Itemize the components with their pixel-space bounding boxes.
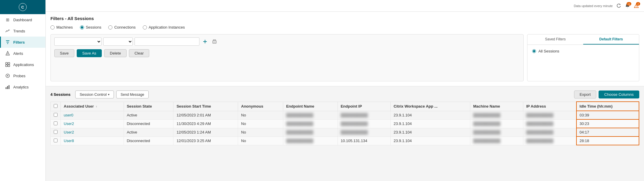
sidebar-item-trends[interactable]: Trends [0, 25, 45, 37]
filter-field-select[interactable] [54, 37, 101, 46]
svg-rect-13 [6, 87, 6, 89]
connections-radio-input[interactable] [108, 25, 112, 29]
add-filter-button[interactable] [201, 38, 209, 45]
sessions-radio-input[interactable] [80, 25, 84, 29]
choose-columns-button[interactable]: Choose Columns [599, 90, 639, 98]
row-checkbox[interactable] [54, 121, 58, 125]
table-row: User2 Active 12/05/2023 1:24 AM No █████… [51, 128, 639, 136]
endpoint-name-value: ██████████ [286, 121, 313, 126]
cell-endpoint-ip: 10.105.131.134 [337, 136, 391, 145]
session-control-label: Session Control [80, 92, 107, 97]
row-checkbox-cell[interactable] [51, 119, 61, 128]
user-link[interactable]: User8 [64, 139, 74, 143]
cell-associated-user: User2 [61, 128, 124, 136]
default-filters-tab[interactable]: Default Filters [583, 34, 639, 45]
machines-radio[interactable]: Machines [50, 25, 73, 29]
table-body: user0 Active 12/05/2023 2:01 AM No █████… [51, 111, 639, 145]
sidebar-item-probes[interactable]: Probes [0, 70, 45, 81]
all-sessions-option[interactable]: All Sessions [532, 49, 634, 53]
sessions-left-actions: 4 Sessions Session Control ▾ Send Messag… [50, 90, 149, 98]
col-session-state[interactable]: Session State [124, 102, 173, 111]
row-checkbox[interactable] [54, 113, 58, 117]
delete-button[interactable]: Delete [104, 49, 127, 57]
save-button[interactable]: Save [54, 49, 74, 57]
topbar: Data updated every minute 11 2 [46, 0, 644, 12]
sidebar-item-applications[interactable]: Applications [0, 59, 45, 70]
warning-icon[interactable]: 2 [633, 3, 639, 9]
main-content: Data updated every minute 11 2 Filters -… [46, 0, 644, 181]
connections-radio[interactable]: Connections [108, 25, 135, 29]
col-ip-address[interactable]: IP Address [523, 102, 576, 111]
all-sessions-label: All Sessions [538, 49, 559, 53]
sidebar-item-label: Alerts [13, 51, 23, 56]
svg-rect-4 [7, 43, 8, 44]
sidebar-item-label: Trends [13, 29, 25, 33]
col-associated-user[interactable]: Associated User ↑ [61, 102, 124, 111]
row-checkbox[interactable] [54, 130, 58, 134]
row-checkbox-cell[interactable] [51, 111, 61, 119]
cell-endpoint-name: ██████████ [283, 119, 337, 128]
user-link[interactable]: user0 [64, 113, 73, 117]
cell-endpoint-ip: ██████████ [337, 111, 391, 119]
filter-value-input[interactable] [135, 37, 199, 46]
notifications-icon[interactable]: 11 [625, 3, 630, 9]
saved-filters-tab[interactable]: Saved Filters [527, 34, 583, 45]
machines-radio-input[interactable] [50, 25, 55, 29]
col-machine-name[interactable]: Machine Name [470, 102, 523, 111]
clear-button[interactable]: Clear [129, 49, 149, 57]
col-anonymous[interactable]: Anonymous [238, 102, 283, 111]
cell-machine-name: ██████████ [470, 128, 523, 136]
machine-name-value: ██████████ [473, 130, 500, 134]
select-all-checkbox-header[interactable] [51, 102, 61, 111]
send-message-button[interactable]: Send Message [116, 90, 149, 98]
applications-icon [5, 62, 10, 67]
sessions-label: Sessions [86, 25, 101, 29]
analytics-icon [5, 84, 10, 90]
filter-operator-select[interactable] [103, 37, 133, 46]
user-link[interactable]: User2 [64, 121, 74, 126]
row-checkbox-cell[interactable] [51, 136, 61, 145]
col-citrix-workspace[interactable]: Citrix Workspace App ... [391, 102, 470, 111]
sidebar-item-filters[interactable]: Filters [0, 37, 45, 48]
export-button[interactable]: Export [574, 90, 597, 98]
cell-session-state: Disconnected [124, 119, 173, 128]
col-session-start-time[interactable]: Session Start Time [173, 102, 238, 111]
row-checkbox-cell[interactable] [51, 128, 61, 136]
cell-anonymous: No [238, 128, 283, 136]
probes-icon [5, 73, 10, 78]
cell-session-state: Active [124, 128, 173, 136]
cell-idle-time: 04:17 [576, 128, 639, 136]
svg-rect-8 [8, 62, 10, 64]
machine-name-value: ██████████ [473, 113, 500, 117]
machine-name-value: ██████████ [473, 139, 500, 143]
app-instances-radio[interactable]: Application Instances [143, 25, 185, 29]
sidebar-item-label: Probes [13, 74, 25, 78]
ip-address-value: ██████████ [526, 113, 553, 117]
cell-session-start-time: 12/01/2023 3:25 AM [173, 136, 238, 145]
svg-point-6 [7, 54, 8, 55]
cell-associated-user: User2 [61, 119, 124, 128]
sidebar-item-alerts[interactable]: Alerts [0, 48, 45, 59]
endpoint-ip-value: ██████████ [341, 121, 368, 126]
endpoint-ip-value: ██████████ [341, 113, 368, 117]
app-instances-label: Application Instances [149, 25, 185, 29]
sidebar-logo: C [0, 0, 45, 14]
col-idle-time[interactable]: Idle Time (hh:mm) [576, 102, 639, 111]
all-sessions-radio[interactable] [532, 49, 536, 53]
col-endpoint-name[interactable]: Endpoint Name [283, 102, 337, 111]
user-link[interactable]: User2 [64, 130, 74, 134]
filters-section: Filters - All Sessions Machines Sessions… [46, 12, 644, 86]
delete-filter-button[interactable] [211, 38, 218, 45]
refresh-icon[interactable] [616, 3, 622, 9]
save-as-button[interactable]: Save As [77, 49, 102, 57]
cell-citrix-workspace: 23.9.1.104 [391, 128, 470, 136]
app-instances-radio-input[interactable] [143, 25, 147, 29]
sidebar-item-analytics[interactable]: Analytics [0, 81, 45, 93]
sidebar-item-dashboard[interactable]: ⊞ Dashboard [0, 14, 45, 25]
col-endpoint-ip[interactable]: Endpoint IP [337, 102, 391, 111]
cell-session-start-time: 12/05/2023 1:24 AM [173, 128, 238, 136]
sessions-radio[interactable]: Sessions [80, 25, 101, 29]
session-control-button[interactable]: Session Control ▾ [75, 90, 114, 98]
row-checkbox[interactable] [54, 139, 58, 142]
select-all-checkbox[interactable] [54, 104, 58, 108]
